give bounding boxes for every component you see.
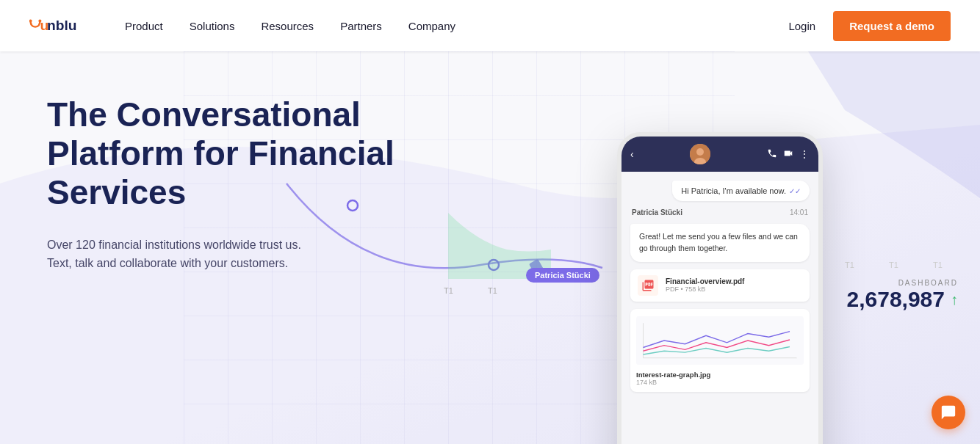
pdf-icon (638, 275, 658, 296)
more-icon[interactable]: ⋮ (799, 148, 810, 161)
call-icon[interactable] (767, 148, 777, 161)
nav-solutions[interactable]: Solutions (190, 20, 235, 32)
nav-resources[interactable]: Resources (261, 20, 314, 32)
nav-links: Product Solutions Resources Partners Com… (125, 20, 788, 32)
chat-time: 14:01 (790, 208, 808, 216)
phone-back-icon[interactable]: ‹ (630, 148, 634, 160)
chat-area: Hi Patricia, I'm available now. ✓✓ Patri… (621, 172, 818, 444)
video-icon[interactable] (783, 148, 793, 161)
chat-sender: Patricia Stücki (632, 208, 682, 216)
hero-section: T1 T1 T1 T1 T1 4 The Conversational Plat… (0, 51, 980, 444)
file-card[interactable]: Financial-overview.pdf PDF • 758 kB (630, 269, 810, 302)
image-filename: Interest-rate-graph.jpg (636, 371, 804, 379)
logo[interactable]: u nblu (29, 12, 88, 39)
svg-text:nblu: nblu (47, 18, 77, 33)
phone-mockup: ‹ (617, 132, 823, 444)
check-icon: ✓✓ (789, 187, 801, 195)
file-info: Financial-overview.pdf PDF • 758 kB (666, 277, 744, 293)
login-button[interactable]: Login (788, 20, 815, 32)
svg-point-14 (696, 148, 704, 156)
greeting-bubble: Hi Patricia, I'm available now. ✓✓ (672, 181, 810, 201)
svg-text:T1: T1 (933, 261, 943, 269)
navbar: u nblu Product Solutions Resources Partn… (0, 0, 980, 51)
nav-partners[interactable]: Partners (340, 20, 382, 32)
dashboard-arrow: ↑ (951, 291, 958, 308)
svg-point-2 (29, 20, 32, 23)
image-filesize: 174 kB (636, 379, 804, 386)
dashboard-widget: DASHBOARD 2,678,987 ↑ (847, 279, 958, 312)
float-chat-button[interactable] (932, 396, 965, 429)
chart-preview (636, 315, 804, 366)
image-card[interactable]: Interest-rate-graph.jpg 174 kB (630, 309, 810, 392)
svg-text:T1: T1 (889, 261, 898, 269)
phone-avatar (690, 144, 710, 164)
svg-point-3 (38, 20, 41, 23)
nav-company[interactable]: Company (408, 20, 455, 32)
dashboard-label: DASHBOARD (847, 279, 958, 287)
phone-action-icons: ⋮ (767, 148, 810, 161)
hero-subtext: Over 120 financial institutions worldwid… (47, 236, 370, 273)
nav-right: Login Request a demo (788, 11, 951, 41)
nav-product[interactable]: Product (125, 20, 163, 32)
patricia-tag: Patricia Stücki (526, 268, 599, 283)
dashboard-value: 2,678,987 (847, 287, 945, 312)
svg-text:T1: T1 (845, 261, 854, 269)
phone-topbar: ‹ (621, 137, 818, 172)
message-bubble: Great! Let me send you a few files and w… (630, 224, 810, 262)
hero-content: The Conversational Platform for Financia… (47, 95, 429, 273)
chat-meta: Patricia Stücki 14:01 (630, 208, 810, 216)
hero-heading: The Conversational Platform for Financia… (47, 95, 429, 212)
demo-button[interactable]: Request a demo (833, 11, 951, 41)
